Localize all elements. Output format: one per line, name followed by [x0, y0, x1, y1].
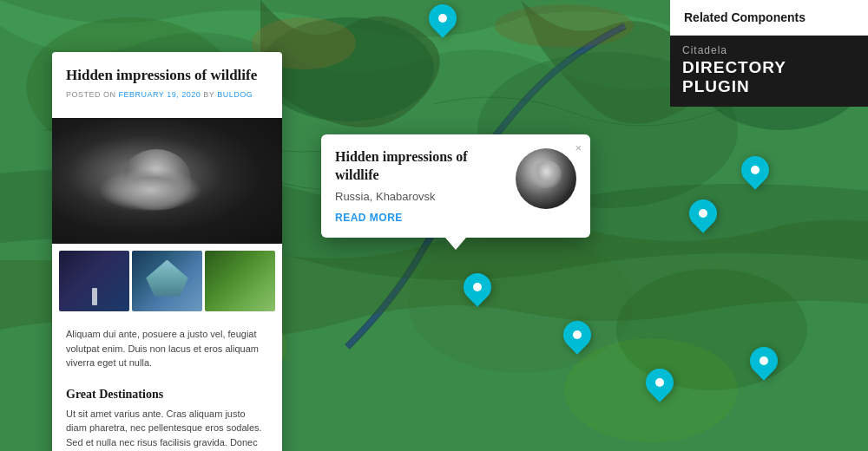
blog-thumbnails	[52, 244, 282, 318]
related-components-panel: Related Components Citadela DIRECTORY PL…	[670, 0, 868, 107]
blog-body2: Ut sit amet varius ante. Cras aliquam ju…	[52, 407, 282, 451]
map-pin-4[interactable]	[464, 273, 491, 308]
map-pin-7[interactable]	[646, 369, 674, 403]
blog-subtitle: Great Destinations	[66, 388, 268, 402]
directory-banner[interactable]: Citadela DIRECTORY PLUGIN	[670, 36, 868, 107]
map-pin-3[interactable]	[689, 199, 717, 234]
popup-content: Hidden impressions of wildlife Russia, K…	[335, 148, 576, 224]
popup-title: Hidden impressions of wildlife	[335, 148, 505, 185]
blog-date[interactable]: FEBRUARY 19, 2020	[119, 90, 201, 99]
citadela-label: Citadela	[682, 44, 856, 56]
wolf-image	[52, 118, 282, 244]
thumbnail-2	[132, 251, 202, 311]
blog-header: Hidden impressions of wildlife POSTED ON…	[52, 52, 282, 118]
map-pin-5[interactable]	[563, 321, 591, 356]
popup-avatar	[516, 148, 576, 209]
popup-location: Russia, Khabarovsk	[335, 190, 505, 203]
thumbnail-3	[205, 251, 275, 311]
blog-meta-prefix: POSTED ON	[66, 90, 116, 99]
blog-hero-image	[52, 118, 282, 244]
map-pin-6[interactable]	[750, 347, 778, 382]
blog-author[interactable]: BULDOG	[217, 90, 253, 99]
map-pin-2[interactable]	[741, 156, 769, 191]
popup-text-area: Hidden impressions of wildlife Russia, K…	[335, 148, 505, 224]
blog-title: Hidden impressions of wildlife	[66, 66, 268, 85]
map-popup: × Hidden impressions of wildlife Russia,…	[321, 134, 590, 238]
blog-meta: POSTED ON FEBRUARY 19, 2020 BY BULDOG	[66, 90, 268, 99]
directory-plugin-label: DIRECTORY PLUGIN	[682, 58, 856, 96]
map-pin-1[interactable]	[429, 4, 457, 39]
related-header: Related Components	[670, 0, 868, 36]
svg-point-10	[495, 4, 634, 48]
blog-meta-by: BY	[203, 90, 214, 99]
thumbnail-1	[59, 251, 129, 311]
related-title: Related Components	[684, 10, 854, 24]
blog-body1: Aliquam dui ante, posuere a justo vel, f…	[52, 318, 282, 379]
blog-card: Hidden impressions of wildlife POSTED ON…	[52, 52, 282, 451]
popup-read-more-link[interactable]: READ MORE	[335, 212, 505, 224]
popup-avatar-image	[516, 148, 576, 209]
